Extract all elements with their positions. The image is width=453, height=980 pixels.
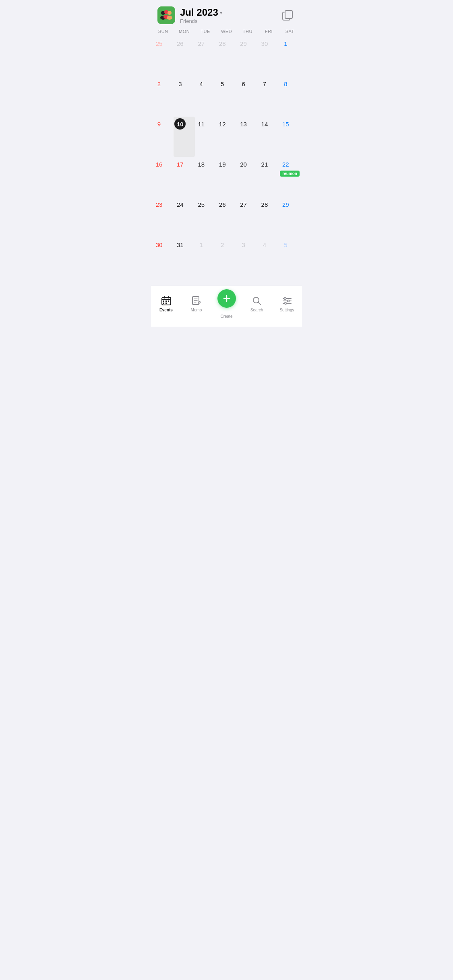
- search-tab-label: Search: [250, 308, 263, 312]
- svg-rect-16: [163, 303, 164, 304]
- svg-point-30: [287, 300, 289, 302]
- calendar-header: Jul 2023 ▾ Friends: [151, 0, 302, 27]
- tab-events[interactable]: Events: [151, 296, 181, 312]
- day-cell-jul22[interactable]: 22 reunion: [279, 157, 300, 197]
- day-cell-jul11[interactable]: 11: [195, 117, 216, 157]
- day-cell-jul31[interactable]: 31: [174, 237, 194, 278]
- day-cell-jul26[interactable]: 26: [216, 197, 237, 237]
- create-tab-label: Create: [220, 314, 232, 319]
- calendar-container: SUN MON TUE WED THU FRI SAT 25 26 27 28: [151, 27, 302, 286]
- day-cell-aug2[interactable]: 2: [216, 237, 237, 278]
- day-cell-jul29[interactable]: 29: [279, 197, 300, 237]
- settings-icon: [282, 296, 292, 306]
- calendar-grid: 25 26 27 28 29 30 1 2: [151, 36, 302, 278]
- day-cell-jul19[interactable]: 19: [216, 157, 237, 197]
- app-icon[interactable]: [157, 6, 175, 24]
- weekday-mon: MON: [174, 27, 194, 35]
- weekday-wed: WED: [216, 27, 237, 35]
- tab-create[interactable]: Create: [211, 289, 242, 319]
- header-title-group: Jul 2023 ▾ Friends: [180, 7, 222, 24]
- day-cell-jul21[interactable]: 21: [258, 157, 279, 197]
- svg-rect-8: [285, 10, 292, 19]
- svg-point-29: [284, 298, 286, 300]
- svg-point-3: [168, 11, 172, 15]
- day-cell-jul23[interactable]: 23: [153, 197, 174, 237]
- day-cell-jul20[interactable]: 20: [237, 157, 258, 197]
- weekday-header-row: SUN MON TUE WED THU FRI SAT: [151, 27, 302, 35]
- day-cell-jul14[interactable]: 14: [258, 117, 279, 157]
- day-cell-jul18[interactable]: 18: [195, 157, 216, 197]
- day-cell-jul27[interactable]: 27: [237, 197, 258, 237]
- day-cell-jul2[interactable]: 2: [153, 76, 174, 117]
- day-cell-jul17[interactable]: 17: [174, 157, 194, 197]
- svg-point-6: [167, 16, 172, 20]
- weekday-tue: TUE: [195, 27, 216, 35]
- dropdown-arrow-icon: ▾: [220, 10, 222, 16]
- day-cell-jul25[interactable]: 25: [195, 197, 216, 237]
- events-icon: [161, 296, 172, 306]
- events-tab-label: Events: [159, 308, 173, 312]
- day-cell-jul15[interactable]: 15: [279, 117, 300, 157]
- svg-rect-15: [168, 301, 169, 302]
- header-month-year: Jul 2023: [180, 7, 218, 18]
- weekday-sat: SAT: [279, 27, 300, 35]
- calendar-subtitle: Friends: [180, 18, 222, 24]
- day-cell-aug1[interactable]: 1: [195, 237, 216, 278]
- day-cell-jul8[interactable]: 8: [279, 76, 300, 117]
- svg-rect-14: [165, 301, 167, 302]
- weekday-fri: FRI: [258, 27, 279, 35]
- day-cell-jul1[interactable]: 1: [279, 36, 300, 76]
- event-chip-reunion[interactable]: reunion: [280, 171, 300, 177]
- day-cell-jun30[interactable]: 30: [258, 36, 279, 76]
- settings-tab-label: Settings: [279, 308, 294, 312]
- day-cell-jun26[interactable]: 26: [174, 36, 194, 76]
- day-cell-jul16[interactable]: 16: [153, 157, 174, 197]
- weekday-thu: THU: [237, 27, 258, 35]
- day-cell-jun25[interactable]: 25: [153, 36, 174, 76]
- day-cell-jun28[interactable]: 28: [216, 36, 237, 76]
- day-cell-jul5[interactable]: 5: [216, 76, 237, 117]
- day-cell-jul10[interactable]: 10: [174, 117, 194, 157]
- day-cell-jun29[interactable]: 29: [237, 36, 258, 76]
- day-cell-aug5[interactable]: 5: [279, 237, 300, 278]
- tab-search[interactable]: Search: [242, 296, 272, 312]
- copy-calendar-button[interactable]: [279, 7, 296, 23]
- day-cell-jul4[interactable]: 4: [195, 76, 216, 117]
- day-cell-jul28[interactable]: 28: [258, 197, 279, 237]
- day-cell-jul3[interactable]: 3: [174, 76, 194, 117]
- month-year-row[interactable]: Jul 2023 ▾: [180, 7, 222, 18]
- day-cell-jul12[interactable]: 12: [216, 117, 237, 157]
- day-cell-aug4[interactable]: 4: [258, 237, 279, 278]
- tab-memo[interactable]: Memo: [181, 296, 211, 312]
- day-cell-jul30[interactable]: 30: [153, 237, 174, 278]
- header-left: Jul 2023 ▾ Friends: [157, 6, 222, 24]
- day-cell-jun27[interactable]: 27: [195, 36, 216, 76]
- tab-settings[interactable]: Settings: [272, 296, 302, 312]
- weekday-sun: SUN: [153, 27, 174, 35]
- svg-point-31: [284, 303, 286, 305]
- day-cell-jul13[interactable]: 13: [237, 117, 258, 157]
- svg-line-25: [258, 303, 261, 305]
- day-cell-jul9[interactable]: 9: [153, 117, 174, 157]
- day-cell-jul24[interactable]: 24: [174, 197, 194, 237]
- memo-tab-label: Memo: [191, 308, 202, 312]
- search-icon: [252, 296, 262, 306]
- create-button[interactable]: [217, 289, 236, 308]
- svg-rect-17: [165, 303, 167, 304]
- header-right: [279, 7, 296, 23]
- svg-rect-13: [163, 301, 164, 302]
- day-cell-jul6[interactable]: 6: [237, 76, 258, 117]
- day-cell-aug3[interactable]: 3: [237, 237, 258, 278]
- day-cell-jul7[interactable]: 7: [258, 76, 279, 117]
- tab-bar: Events Memo Cre: [151, 286, 302, 327]
- memo-icon: [191, 296, 202, 306]
